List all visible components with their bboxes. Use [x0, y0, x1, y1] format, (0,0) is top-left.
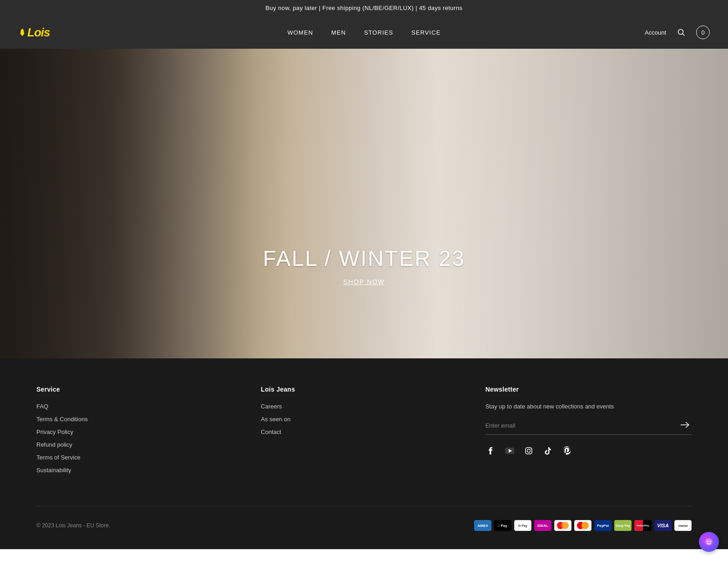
- search-icon: [677, 28, 685, 36]
- mastercard-payment-icon: [574, 520, 592, 531]
- hero-title: FALL / WINTER 23: [263, 246, 465, 271]
- announcement-text: Buy now, pay later | Free shipping (NL/B…: [266, 5, 463, 11]
- youtube-icon[interactable]: [505, 446, 515, 456]
- footer-service-col: Service FAQ Terms & Conditions Privacy P…: [36, 386, 243, 479]
- refund-policy-link[interactable]: Refund policy: [36, 441, 72, 448]
- terms-conditions-link[interactable]: Terms & Conditions: [36, 416, 88, 423]
- cart-button[interactable]: 0: [696, 26, 710, 39]
- site-header: Lois WOMEN MEN STORIES SERVICE Account 0: [0, 16, 728, 49]
- lois-links: Careers As seen on Contact: [261, 402, 467, 436]
- newsletter-form: [485, 420, 692, 435]
- terms-of-service-link[interactable]: Terms of Service: [36, 454, 81, 461]
- apple-pay-icon:  Pay: [494, 520, 511, 531]
- newsletter-description: Stay up to date about new collections an…: [485, 402, 692, 411]
- svg-point-10: [707, 541, 708, 542]
- site-footer: Service FAQ Terms & Conditions Privacy P…: [0, 358, 728, 549]
- social-icons: [485, 446, 692, 456]
- svg-point-9: [705, 538, 713, 546]
- newsletter-email-input[interactable]: [485, 420, 679, 431]
- newsletter-submit-button[interactable]: [679, 421, 692, 430]
- list-item: Contact: [261, 428, 467, 436]
- shopify-pay-icon: Shop Pay: [614, 520, 632, 531]
- privacy-policy-link[interactable]: Privacy Policy: [36, 428, 73, 435]
- list-item: Sustainability: [36, 466, 243, 474]
- list-item: Careers: [261, 402, 467, 410]
- nav-women[interactable]: WOMEN: [288, 29, 313, 36]
- copyright-text: © 2023 Lois Jeans - EU Store.: [36, 522, 110, 529]
- hero-content: FALL / WINTER 23 SHOP NOW: [263, 246, 465, 286]
- header-actions: Account 0: [645, 26, 710, 39]
- nav-service[interactable]: SERVICE: [411, 29, 440, 36]
- svg-point-1: [678, 30, 683, 35]
- amex-payment-icon: AMEX: [474, 520, 491, 531]
- logo[interactable]: Lois: [18, 26, 50, 40]
- footer-columns: Service FAQ Terms & Conditions Privacy P…: [36, 386, 692, 479]
- announcement-bar: Buy now, pay later | Free shipping (NL/B…: [0, 0, 728, 16]
- ai-icon: [704, 537, 714, 547]
- mama-payment-icon: mama: [674, 520, 692, 531]
- arrow-right-icon: [681, 422, 690, 428]
- service-heading: Service: [36, 386, 243, 393]
- newsletter-heading: Newsletter: [485, 386, 692, 393]
- list-item: As seen on: [261, 415, 467, 423]
- nav-men[interactable]: MEN: [331, 29, 346, 36]
- service-links: FAQ Terms & Conditions Privacy Policy Re…: [36, 402, 243, 474]
- ideal-payment-icon: iDEAL: [534, 520, 551, 531]
- cart-count: 0: [701, 29, 704, 36]
- tiktok-icon[interactable]: [543, 446, 553, 456]
- shop-now-link[interactable]: SHOP NOW: [263, 278, 465, 286]
- visa-payment-icon: VISA: [654, 520, 672, 531]
- facebook-icon[interactable]: [485, 446, 495, 456]
- faq-link[interactable]: FAQ: [36, 403, 48, 410]
- instagram-icon[interactable]: [524, 446, 534, 456]
- svg-line-2: [683, 34, 685, 36]
- list-item: Privacy Policy: [36, 428, 243, 436]
- svg-point-0: [21, 29, 23, 31]
- svg-point-7: [527, 449, 530, 452]
- list-item: Refund policy: [36, 440, 243, 449]
- main-nav: WOMEN MEN STORIES SERVICE: [288, 29, 441, 36]
- hero-overlay: [0, 49, 728, 358]
- google-pay-icon: G Pay: [514, 520, 531, 531]
- logo-text: Lois: [27, 26, 50, 40]
- as-seen-on-link[interactable]: As seen on: [261, 416, 290, 423]
- svg-point-8: [530, 448, 531, 449]
- list-item: FAQ: [36, 402, 243, 410]
- sustainability-link[interactable]: Sustainability: [36, 467, 71, 474]
- svg-point-11: [710, 541, 711, 542]
- paypal-payment-icon: PayPal: [594, 520, 612, 531]
- union-pay-icon: UnionPay: [634, 520, 652, 531]
- maestro-payment-icon: [554, 520, 571, 531]
- hero-section: FALL / WINTER 23 SHOP NOW: [0, 49, 728, 358]
- list-item: Terms of Service: [36, 453, 243, 461]
- lois-heading: Lois Jeans: [261, 386, 467, 393]
- ai-assistant-bubble[interactable]: [699, 532, 719, 549]
- careers-link[interactable]: Careers: [261, 403, 282, 410]
- contact-link[interactable]: Contact: [261, 428, 281, 435]
- pinterest-icon[interactable]: [562, 446, 572, 456]
- logo-icon: [18, 28, 26, 37]
- search-button[interactable]: [675, 26, 687, 38]
- nav-stories[interactable]: STORIES: [364, 29, 393, 36]
- footer-bottom: © 2023 Lois Jeans - EU Store. AMEX  Pay…: [36, 506, 692, 531]
- account-link[interactable]: Account: [645, 29, 666, 36]
- list-item: Terms & Conditions: [36, 415, 243, 423]
- footer-lois-col: Lois Jeans Careers As seen on Contact: [261, 386, 467, 479]
- footer-newsletter-col: Newsletter Stay up to date about new col…: [485, 386, 692, 479]
- payment-methods: AMEX  Pay G Pay iDEAL Pay: [474, 520, 692, 531]
